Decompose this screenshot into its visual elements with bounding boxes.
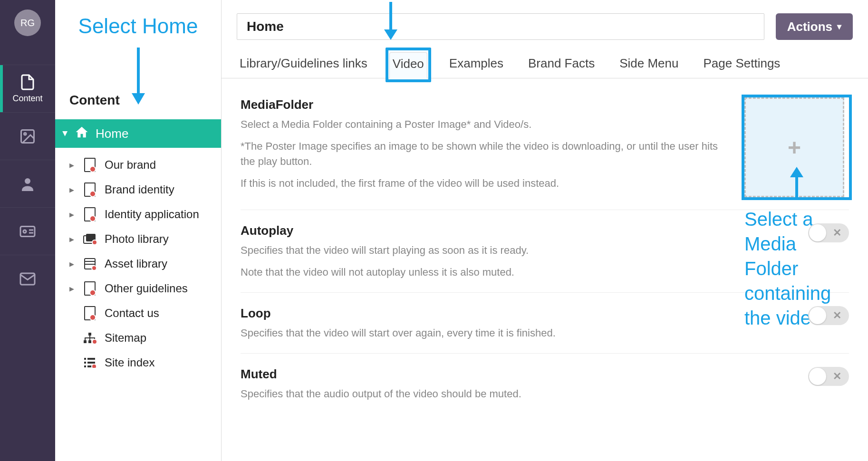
- svg-rect-15: [88, 333, 91, 336]
- svg-point-19: [92, 339, 96, 344]
- x-icon: ✕: [833, 370, 841, 383]
- tabs: Library/Guidelines linksVideoExamplesBra…: [222, 40, 868, 78]
- rail-item-media[interactable]: [0, 112, 55, 160]
- tree-node-label: Site index: [105, 356, 154, 369]
- avatar[interactable]: RG: [14, 10, 41, 36]
- tree-heading: Content: [55, 0, 221, 119]
- setting-desc: Note that the video will not autoplay un…: [241, 265, 794, 280]
- content-tree-panel: Select Home Content ▶ Home ▶Our brand▶Br…: [55, 0, 222, 461]
- setting-desc: If this is not included, the first frame…: [241, 176, 730, 191]
- tree-node[interactable]: Contact us: [69, 301, 221, 326]
- doc-icon: [83, 207, 97, 221]
- svg-point-26: [92, 364, 96, 368]
- plus-icon: +: [788, 134, 801, 161]
- media-picker-wrap: + Select aMediaFoldercontainingthe video: [744, 97, 849, 197]
- svg-rect-22: [84, 365, 86, 367]
- tree-node-label: Other guidelines: [105, 282, 188, 295]
- page-title-input[interactable]: [237, 13, 764, 40]
- main-panel: Actions Library/Guidelines linksVideoExa…: [222, 0, 868, 461]
- tree-node-label: Our brand: [105, 158, 156, 172]
- rail-item-content[interactable]: Content: [0, 65, 55, 112]
- svg-rect-17: [88, 340, 91, 343]
- setting-desc: Specifies that the audio output of the v…: [241, 386, 794, 402]
- settings-column: MediaFolder Select a Media Folder contai…: [241, 97, 849, 414]
- setting-title: Muted: [241, 367, 794, 382]
- rail-item-users[interactable]: [0, 160, 55, 207]
- tab[interactable]: Brand Facts: [525, 52, 598, 78]
- tab[interactable]: Examples: [446, 52, 506, 78]
- assets-icon: [83, 258, 97, 270]
- toggle-muted[interactable]: ✕: [808, 367, 849, 386]
- tree-node[interactable]: Site index: [69, 350, 221, 375]
- setting-title: Loop: [241, 306, 794, 321]
- tree-node[interactable]: Sitemap: [69, 326, 221, 350]
- actions-button[interactable]: Actions: [776, 13, 853, 40]
- tree-node[interactable]: ▶Identity application: [69, 202, 221, 227]
- tree-node-label: Contact us: [105, 307, 159, 320]
- tab[interactable]: Library/Guidelines links: [237, 52, 370, 78]
- svg-point-4: [23, 230, 26, 233]
- rail-item-mail[interactable]: [0, 255, 55, 302]
- setting-desc: Specifies that the video will start play…: [241, 243, 794, 258]
- setting-title: MediaFolder: [241, 97, 730, 112]
- svg-rect-23: [87, 358, 95, 360]
- document-icon: [19, 74, 36, 91]
- setting-title: Autoplay: [241, 223, 794, 238]
- setting-muted: Muted Specifies that the audio output of…: [241, 367, 849, 414]
- setting-autoplay: Autoplay Specifies that the video will s…: [241, 223, 849, 293]
- tree-node-label: Identity application: [105, 208, 199, 221]
- tab[interactable]: Side Menu: [617, 52, 681, 78]
- tab[interactable]: Page Settings: [700, 52, 783, 78]
- setting-media-folder: MediaFolder Select a Media Folder contai…: [241, 97, 849, 210]
- caret-right-icon: ▶: [69, 162, 75, 169]
- media-folder-picker[interactable]: +: [744, 97, 844, 197]
- svg-point-10: [92, 240, 96, 245]
- caret-down-icon: ▶: [62, 131, 69, 136]
- tree-node[interactable]: ▶Photo library: [69, 227, 221, 251]
- tree-node[interactable]: ▶Asset library: [69, 251, 221, 276]
- tab[interactable]: Video: [389, 52, 427, 78]
- doc-icon: [83, 158, 97, 172]
- tree-node-label: Home: [96, 126, 128, 141]
- caret-right-icon: ▶: [69, 186, 75, 193]
- svg-point-14: [92, 266, 96, 270]
- x-icon: ✕: [833, 227, 841, 239]
- index-icon: [83, 357, 97, 368]
- toggle-autoplay[interactable]: ✕: [808, 223, 849, 242]
- photos-icon: [83, 233, 97, 245]
- caret-right-icon: ▶: [69, 211, 75, 218]
- tree-node[interactable]: ▶Brand identity: [69, 177, 221, 202]
- caret-right-icon: ▶: [69, 285, 75, 292]
- rail-item-label: Content: [12, 94, 42, 104]
- toggle-loop[interactable]: ✕: [808, 306, 849, 325]
- setting-desc: *The Poster Image specifies an image to …: [241, 139, 730, 169]
- tab-content: MediaFolder Select a Media Folder contai…: [222, 78, 868, 423]
- svg-rect-24: [87, 362, 95, 364]
- topbar: Actions: [222, 0, 868, 40]
- home-icon: [75, 125, 89, 143]
- user-icon: [19, 175, 36, 192]
- tree-node-label: Asset library: [105, 257, 167, 270]
- setting-loop: Loop Specifies that the video will start…: [241, 306, 849, 354]
- svg-rect-20: [84, 358, 86, 360]
- rail-item-id[interactable]: [0, 207, 55, 255]
- tree-node[interactable]: ▶Other guidelines: [69, 276, 221, 301]
- svg-point-2: [25, 178, 30, 184]
- mail-icon: [19, 270, 36, 288]
- doc-icon: [83, 306, 97, 320]
- caret-right-icon: ▶: [69, 236, 75, 243]
- tree-node[interactable]: ▶Our brand: [69, 153, 221, 177]
- app-rail: RG Content: [0, 0, 55, 461]
- tree-node-label: Photo library: [105, 232, 169, 246]
- doc-icon: [83, 281, 97, 296]
- id-card-icon: [19, 223, 36, 240]
- sitemap-icon: [83, 332, 97, 344]
- svg-point-1: [24, 133, 27, 135]
- setting-desc: Select a Media Folder containing a Poste…: [241, 117, 730, 132]
- image-icon: [19, 128, 36, 145]
- x-icon: ✕: [833, 309, 841, 322]
- tree-node-label: Brand identity: [105, 183, 174, 196]
- doc-icon: [83, 182, 97, 197]
- tree-node-home[interactable]: ▶ Home: [55, 119, 221, 148]
- tree-children: ▶Our brand▶Brand identity▶Identity appli…: [55, 148, 221, 380]
